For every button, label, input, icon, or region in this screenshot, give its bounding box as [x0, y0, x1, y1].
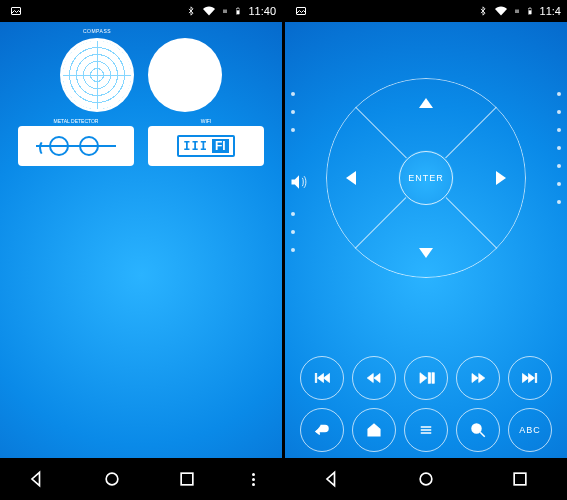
- svg-rect-15: [535, 374, 537, 383]
- dpad-left[interactable]: [346, 171, 356, 185]
- dpad: ENTER: [326, 78, 526, 278]
- svg-rect-22: [514, 473, 526, 485]
- rewind-button[interactable]: [352, 356, 396, 400]
- dpad-right[interactable]: [496, 171, 506, 185]
- dpad-down[interactable]: [419, 248, 433, 258]
- search-icon: [469, 421, 487, 439]
- nav-recent-icon[interactable]: [510, 469, 530, 489]
- back-button[interactable]: [300, 408, 344, 452]
- bluetooth-icon: [478, 5, 488, 17]
- feature-screen: COMPASS METAL DETECTOR WIFI III: [0, 22, 282, 458]
- abc-label: ABC: [519, 425, 541, 435]
- dpad-up[interactable]: [419, 98, 433, 108]
- menu-icon: [417, 421, 435, 439]
- wifi-icon: III FI: [177, 135, 234, 157]
- overflow-icon[interactable]: [252, 473, 255, 486]
- battery-icon: [526, 5, 534, 17]
- search-button[interactable]: [456, 408, 500, 452]
- abc-button[interactable]: ABC: [508, 408, 552, 452]
- wifi-status-icon: [494, 5, 508, 17]
- nav-back-icon[interactable]: [27, 469, 47, 489]
- nav-recent-icon[interactable]: [177, 469, 197, 489]
- home-button[interactable]: [352, 408, 396, 452]
- back-icon: [313, 421, 331, 439]
- skip-fwd-icon: [521, 369, 539, 387]
- skip-fwd-button[interactable]: [508, 356, 552, 400]
- play-pause-icon: [417, 369, 435, 387]
- compass-label: COMPASS: [83, 28, 111, 34]
- svg-point-21: [420, 473, 432, 485]
- svg-rect-1: [223, 10, 227, 14]
- phone-left: 11:40 COMPASS METAL DETECTOR: [0, 0, 282, 500]
- metal-detector-tile[interactable]: METAL DETECTOR: [18, 126, 134, 166]
- status-bar: 11:40: [0, 0, 282, 22]
- svg-rect-8: [515, 10, 519, 14]
- bluetooth-icon: [186, 5, 196, 17]
- svg-point-5: [106, 473, 118, 485]
- picture-icon: [10, 5, 22, 17]
- svg-rect-12: [315, 374, 317, 383]
- compass-tile[interactable]: COMPASS: [60, 38, 134, 112]
- home-icon: [365, 421, 383, 439]
- forward-button[interactable]: [456, 356, 500, 400]
- svg-rect-4: [237, 10, 240, 14]
- svg-line-20: [480, 432, 485, 437]
- metal-detector-label: METAL DETECTOR: [54, 118, 99, 124]
- signal-icon: [514, 5, 520, 17]
- wifi-tile[interactable]: WIFI III FI: [148, 126, 264, 166]
- svg-rect-14: [432, 373, 434, 384]
- menu-button[interactable]: [404, 408, 448, 452]
- svg-rect-6: [181, 473, 193, 485]
- right-dots: [557, 92, 561, 204]
- skip-back-icon: [313, 369, 331, 387]
- forward-icon: [469, 369, 487, 387]
- volume-icon[interactable]: [289, 172, 309, 192]
- android-nav: [285, 458, 567, 500]
- dpad-enter[interactable]: ENTER: [399, 151, 453, 205]
- metal-detector-icon: [31, 136, 121, 156]
- skip-back-button[interactable]: [300, 356, 344, 400]
- nav-home-icon[interactable]: [102, 469, 122, 489]
- svg-rect-10: [529, 8, 531, 9]
- remote-screen: ENTER: [285, 22, 567, 458]
- wifi-status-icon: [202, 5, 216, 17]
- svg-point-19: [472, 424, 481, 433]
- phone-right: 11:4 ENTER: [285, 0, 567, 500]
- svg-rect-11: [528, 10, 531, 14]
- signal-icon: [222, 5, 228, 17]
- svg-rect-3: [237, 8, 239, 9]
- status-time: 11:40: [248, 5, 276, 17]
- wifi-label: WIFI: [201, 118, 212, 124]
- picture-icon: [295, 5, 307, 17]
- play-pause-button[interactable]: [404, 356, 448, 400]
- left-dots-2: [291, 212, 295, 252]
- flashlight-tile[interactable]: [148, 38, 222, 112]
- status-bar: 11:4: [285, 0, 567, 22]
- nav-back-icon[interactable]: [322, 469, 342, 489]
- nav-home-icon[interactable]: [416, 469, 436, 489]
- compass-icon: [63, 41, 131, 109]
- status-time: 11:4: [540, 5, 561, 17]
- battery-icon: [234, 5, 242, 17]
- svg-rect-13: [428, 373, 430, 384]
- android-nav: [0, 458, 282, 500]
- media-controls: ABC: [285, 356, 567, 452]
- left-dots: [291, 92, 295, 132]
- rewind-icon: [365, 369, 383, 387]
